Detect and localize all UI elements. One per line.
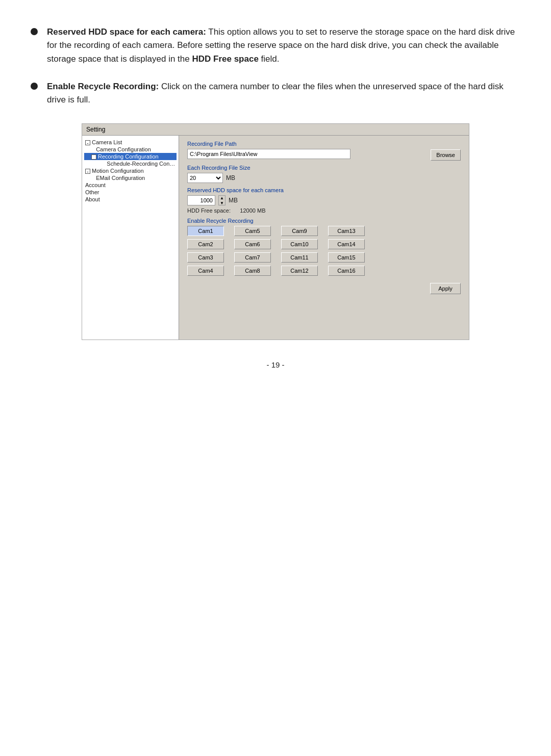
- bullet-list: Reserved HDD space for each camera: This…: [31, 25, 520, 107]
- cam-btn-cam4[interactable]: Cam4: [187, 266, 224, 276]
- content-panel: Recording File Path Browse Each Recordin…: [179, 136, 469, 340]
- bullet-dot-recycle: [31, 83, 38, 90]
- expander-camera-list[interactable]: -: [85, 140, 90, 145]
- tree-item-about[interactable]: About: [84, 196, 177, 203]
- cam-btn-cam11[interactable]: Cam11: [281, 252, 318, 263]
- setting-dialog: Setting -Camera List Camera Configuratio…: [82, 123, 469, 340]
- bullet-bold-recycle: Enable Recycle Recording:: [47, 82, 159, 91]
- file-size-dropdown[interactable]: 20 40 60: [187, 173, 223, 183]
- setting-title: Setting: [86, 126, 105, 133]
- file-size-row: 20 40 60 MB: [187, 173, 461, 183]
- cam-btn-cam5[interactable]: Cam5: [234, 226, 271, 236]
- cam-btn-cam10[interactable]: Cam10: [281, 239, 318, 249]
- reserved-hdd-spinner[interactable]: ▲ ▼: [218, 195, 226, 205]
- tree-item-email-config[interactable]: EMail Configuration: [84, 174, 177, 181]
- bullet-text-reserved: Reserved HDD space for each camera: This…: [47, 25, 520, 66]
- bullet-item-reserved: Reserved HDD space for each camera: This…: [31, 25, 520, 66]
- bullet-dot-reserved: [31, 28, 38, 35]
- cam-btn-cam16[interactable]: Cam16: [328, 266, 365, 276]
- bullet-item-recycle: Enable Recycle Recording: Click on the c…: [31, 80, 520, 107]
- file-path-row: Browse: [187, 149, 461, 161]
- each-recording-size-label: Each Recording File Size: [187, 165, 461, 171]
- enable-recycle-label: Enable Recycle Recording: [187, 218, 461, 224]
- hdd-free-row: HDD Free space: 12000 MB: [187, 207, 461, 214]
- tree-item-schedule-recording[interactable]: Schedule-Recording Configuration: [84, 160, 177, 167]
- cam-btn-cam1[interactable]: Cam1: [187, 226, 224, 236]
- tree-item-camera-list[interactable]: -Camera List: [84, 139, 177, 146]
- reserved-hdd-label: Reserved HDD space for each camera: [187, 187, 461, 193]
- tree-item-camera-config[interactable]: Camera Configuration: [84, 146, 177, 153]
- bullet-text-recycle: Enable Recycle Recording: Click on the c…: [47, 80, 520, 107]
- cam-btn-cam12[interactable]: Cam12: [281, 266, 318, 276]
- cam-btn-cam6[interactable]: Cam6: [234, 239, 271, 249]
- apply-button[interactable]: Apply: [430, 283, 461, 294]
- tree-item-motion-config[interactable]: -Motion Configuration: [84, 167, 177, 174]
- setting-title-bar: Setting: [82, 124, 469, 136]
- page-number-text: - 19 -: [266, 360, 284, 369]
- cam-grid: Cam1 Cam5 Cam9 Cam13 Cam2 Cam6 Cam10 Cam…: [187, 226, 461, 277]
- cam-btn-cam3[interactable]: Cam3: [187, 252, 224, 263]
- file-size-unit: MB: [226, 174, 235, 181]
- page-number: - 19 -: [31, 360, 520, 369]
- spinner-down[interactable]: ▼: [219, 201, 225, 205]
- tree-item-other[interactable]: Other: [84, 189, 177, 196]
- bullet-bold-end-reserved: HDD Free space: [192, 54, 258, 64]
- tree-item-account[interactable]: Account: [84, 181, 177, 189]
- tree-panel: -Camera List Camera Configuration -Recor…: [82, 136, 179, 340]
- bullet-bold-reserved: Reserved HDD space for each camera:: [47, 27, 206, 37]
- recording-file-path-label: Recording File Path: [187, 141, 461, 147]
- file-path-input[interactable]: [187, 149, 350, 159]
- cam-btn-cam15[interactable]: Cam15: [328, 252, 365, 263]
- reserved-hdd-input[interactable]: [187, 195, 215, 205]
- spinner-up[interactable]: ▲: [219, 196, 225, 201]
- expander-recording-config[interactable]: -: [91, 154, 96, 160]
- browse-button[interactable]: Browse: [431, 149, 461, 161]
- reserved-hdd-row: ▲ ▼ MB: [187, 195, 461, 205]
- expander-motion-config[interactable]: -: [85, 169, 90, 174]
- hdd-free-label: HDD Free space:: [187, 207, 231, 214]
- cam-btn-cam9[interactable]: Cam9: [281, 226, 318, 236]
- cam-btn-cam8[interactable]: Cam8: [234, 266, 271, 276]
- reserved-hdd-unit: MB: [229, 197, 238, 204]
- setting-body: -Camera List Camera Configuration -Recor…: [82, 136, 469, 340]
- cam-btn-cam14[interactable]: Cam14: [328, 239, 365, 249]
- tree-item-recording-config[interactable]: -Recording Configuration: [84, 153, 177, 160]
- hdd-free-value: 12000 MB: [240, 207, 265, 214]
- apply-row: Apply: [187, 283, 461, 294]
- cam-btn-cam2[interactable]: Cam2: [187, 239, 224, 249]
- cam-btn-cam13[interactable]: Cam13: [328, 226, 365, 236]
- cam-btn-cam7[interactable]: Cam7: [234, 252, 271, 263]
